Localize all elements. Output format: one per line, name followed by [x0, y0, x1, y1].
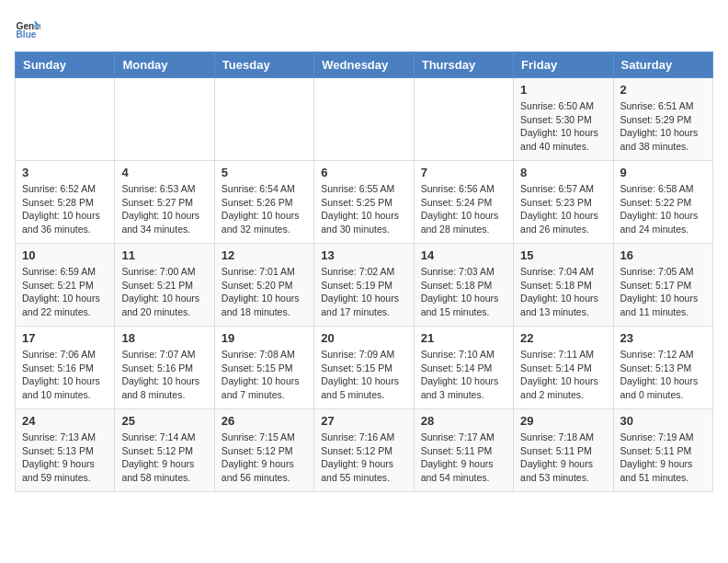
day-info: Sunrise: 7:05 AM Sunset: 5:17 PM Dayligh…: [620, 265, 706, 319]
logo-icon: General Blue: [15, 15, 40, 40]
day-number: 20: [321, 331, 406, 345]
calendar-cell: 4Sunrise: 6:53 AM Sunset: 5:27 PM Daylig…: [115, 161, 214, 244]
calendar-cell: [115, 78, 214, 161]
calendar-cell: [414, 78, 513, 161]
day-number: 3: [22, 166, 108, 179]
calendar-cell: 9Sunrise: 6:58 AM Sunset: 5:22 PM Daylig…: [613, 161, 712, 244]
day-number: 15: [520, 248, 606, 262]
day-info: Sunrise: 7:19 AM Sunset: 5:11 PM Dayligh…: [620, 431, 706, 485]
day-info: Sunrise: 7:11 AM Sunset: 5:14 PM Dayligh…: [520, 348, 606, 402]
day-info: Sunrise: 6:55 AM Sunset: 5:25 PM Dayligh…: [321, 182, 406, 236]
day-number: 29: [520, 414, 606, 428]
day-info: Sunrise: 6:56 AM Sunset: 5:24 PM Dayligh…: [421, 182, 506, 236]
day-number: 11: [121, 248, 207, 262]
calendar-cell: [16, 78, 115, 161]
calendar-table: SundayMondayTuesdayWednesdayThursdayFrid…: [15, 52, 713, 492]
day-number: 7: [421, 166, 506, 179]
calendar-cell: 23Sunrise: 7:12 AM Sunset: 5:13 PM Dayli…: [613, 327, 712, 409]
calendar-cell: 3Sunrise: 6:52 AM Sunset: 5:28 PM Daylig…: [16, 161, 115, 244]
day-number: 6: [321, 166, 406, 179]
calendar-cell: 10Sunrise: 6:59 AM Sunset: 5:21 PM Dayli…: [16, 244, 115, 327]
calendar-cell: 6Sunrise: 6:55 AM Sunset: 5:25 PM Daylig…: [314, 161, 414, 244]
day-info: Sunrise: 7:04 AM Sunset: 5:18 PM Dayligh…: [520, 265, 606, 319]
day-info: Sunrise: 6:52 AM Sunset: 5:28 PM Dayligh…: [22, 182, 108, 236]
day-number: 28: [421, 414, 506, 428]
svg-text:Blue: Blue: [17, 29, 37, 40]
day-info: Sunrise: 7:06 AM Sunset: 5:16 PM Dayligh…: [22, 348, 108, 402]
calendar-cell: 28Sunrise: 7:17 AM Sunset: 5:11 PM Dayli…: [414, 409, 513, 492]
calendar-cell: 1Sunrise: 6:50 AM Sunset: 5:30 PM Daylig…: [514, 78, 613, 161]
day-number: 13: [321, 248, 406, 262]
page-header: General Blue: [15, 15, 713, 40]
day-number: 16: [620, 248, 706, 262]
day-info: Sunrise: 7:00 AM Sunset: 5:21 PM Dayligh…: [121, 265, 207, 319]
calendar-cell: 15Sunrise: 7:04 AM Sunset: 5:18 PM Dayli…: [514, 244, 613, 327]
calendar-header-row: SundayMondayTuesdayWednesdayThursdayFrid…: [16, 52, 713, 78]
calendar-cell: 2Sunrise: 6:51 AM Sunset: 5:29 PM Daylig…: [613, 78, 712, 161]
day-header-wednesday: Wednesday: [314, 52, 414, 78]
calendar-week-4: 17Sunrise: 7:06 AM Sunset: 5:16 PM Dayli…: [16, 327, 713, 409]
day-info: Sunrise: 7:17 AM Sunset: 5:11 PM Dayligh…: [421, 431, 506, 485]
day-number: 30: [620, 414, 706, 428]
day-info: Sunrise: 7:03 AM Sunset: 5:18 PM Dayligh…: [421, 265, 506, 319]
calendar-cell: 25Sunrise: 7:14 AM Sunset: 5:12 PM Dayli…: [115, 409, 214, 492]
calendar-cell: [314, 78, 414, 161]
calendar-cell: 13Sunrise: 7:02 AM Sunset: 5:19 PM Dayli…: [314, 244, 414, 327]
day-number: 25: [121, 414, 207, 428]
calendar-cell: 21Sunrise: 7:10 AM Sunset: 5:14 PM Dayli…: [414, 327, 513, 409]
day-info: Sunrise: 7:08 AM Sunset: 5:15 PM Dayligh…: [222, 348, 307, 402]
calendar-week-1: 1Sunrise: 6:50 AM Sunset: 5:30 PM Daylig…: [16, 78, 713, 161]
day-number: 18: [121, 331, 207, 345]
day-number: 14: [421, 248, 506, 262]
calendar-cell: 19Sunrise: 7:08 AM Sunset: 5:15 PM Dayli…: [214, 327, 313, 409]
day-header-sunday: Sunday: [16, 52, 115, 78]
day-number: 27: [321, 414, 406, 428]
calendar-cell: 17Sunrise: 7:06 AM Sunset: 5:16 PM Dayli…: [16, 327, 115, 409]
calendar-week-5: 24Sunrise: 7:13 AM Sunset: 5:13 PM Dayli…: [16, 409, 713, 492]
day-header-monday: Monday: [115, 52, 214, 78]
calendar-cell: 24Sunrise: 7:13 AM Sunset: 5:13 PM Dayli…: [16, 409, 115, 492]
calendar-cell: 26Sunrise: 7:15 AM Sunset: 5:12 PM Dayli…: [214, 409, 313, 492]
calendar-cell: 27Sunrise: 7:16 AM Sunset: 5:12 PM Dayli…: [314, 409, 414, 492]
day-number: 21: [421, 331, 506, 345]
day-number: 4: [121, 166, 207, 179]
day-info: Sunrise: 6:50 AM Sunset: 5:30 PM Dayligh…: [520, 99, 606, 154]
day-number: 10: [22, 248, 108, 262]
day-info: Sunrise: 7:15 AM Sunset: 5:12 PM Dayligh…: [222, 431, 307, 485]
day-header-tuesday: Tuesday: [214, 52, 313, 78]
calendar-cell: 20Sunrise: 7:09 AM Sunset: 5:15 PM Dayli…: [314, 327, 414, 409]
logo: General Blue: [15, 15, 44, 40]
day-info: Sunrise: 6:59 AM Sunset: 5:21 PM Dayligh…: [22, 265, 108, 319]
day-info: Sunrise: 7:07 AM Sunset: 5:16 PM Dayligh…: [121, 348, 207, 402]
calendar-cell: 14Sunrise: 7:03 AM Sunset: 5:18 PM Dayli…: [414, 244, 513, 327]
calendar-cell: 12Sunrise: 7:01 AM Sunset: 5:20 PM Dayli…: [214, 244, 313, 327]
calendar-cell: 30Sunrise: 7:19 AM Sunset: 5:11 PM Dayli…: [613, 409, 712, 492]
day-number: 26: [222, 414, 307, 428]
day-header-saturday: Saturday: [613, 52, 712, 78]
day-info: Sunrise: 7:13 AM Sunset: 5:13 PM Dayligh…: [22, 431, 108, 485]
calendar-week-3: 10Sunrise: 6:59 AM Sunset: 5:21 PM Dayli…: [16, 244, 713, 327]
day-header-friday: Friday: [514, 52, 613, 78]
calendar-cell: 16Sunrise: 7:05 AM Sunset: 5:17 PM Dayli…: [613, 244, 712, 327]
day-number: 5: [222, 166, 307, 179]
day-info: Sunrise: 7:12 AM Sunset: 5:13 PM Dayligh…: [620, 348, 706, 402]
calendar-cell: 5Sunrise: 6:54 AM Sunset: 5:26 PM Daylig…: [214, 161, 313, 244]
calendar-cell: 18Sunrise: 7:07 AM Sunset: 5:16 PM Dayli…: [115, 327, 214, 409]
calendar-cell: 7Sunrise: 6:56 AM Sunset: 5:24 PM Daylig…: [414, 161, 513, 244]
day-info: Sunrise: 7:14 AM Sunset: 5:12 PM Dayligh…: [121, 431, 207, 485]
day-info: Sunrise: 6:51 AM Sunset: 5:29 PM Dayligh…: [620, 99, 706, 154]
day-number: 8: [520, 166, 606, 179]
day-info: Sunrise: 7:09 AM Sunset: 5:15 PM Dayligh…: [321, 348, 406, 402]
day-number: 23: [620, 331, 706, 345]
day-info: Sunrise: 6:58 AM Sunset: 5:22 PM Dayligh…: [620, 182, 706, 236]
day-number: 24: [22, 414, 108, 428]
calendar-cell: [214, 78, 313, 161]
calendar-cell: 29Sunrise: 7:18 AM Sunset: 5:11 PM Dayli…: [514, 409, 613, 492]
day-number: 12: [222, 248, 307, 262]
day-number: 22: [520, 331, 606, 345]
day-number: 17: [22, 331, 108, 345]
day-info: Sunrise: 6:54 AM Sunset: 5:26 PM Dayligh…: [222, 182, 307, 236]
day-number: 19: [222, 331, 307, 345]
day-info: Sunrise: 7:10 AM Sunset: 5:14 PM Dayligh…: [421, 348, 506, 402]
day-number: 1: [520, 83, 606, 97]
